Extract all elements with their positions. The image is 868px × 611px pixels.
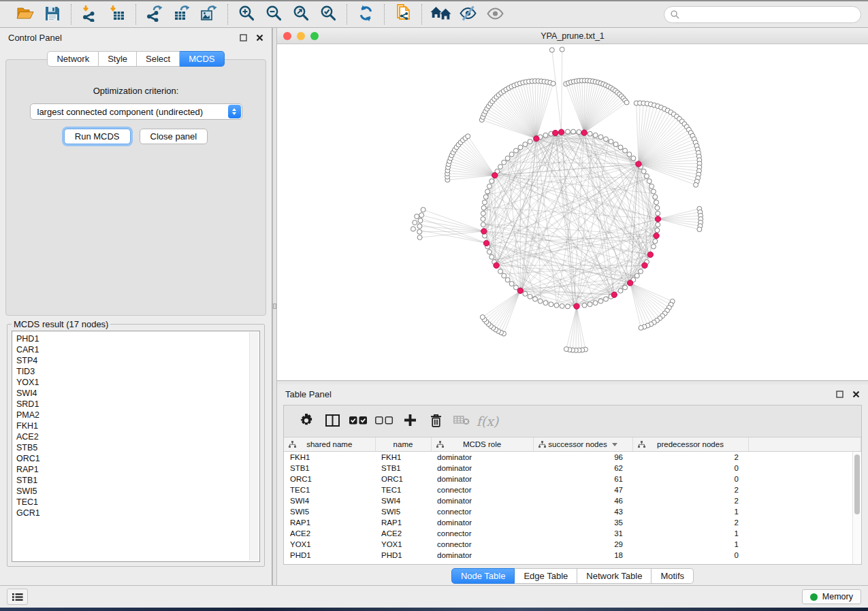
mcds-result-list: PHD1CAR1STP4TID3YOX1SWI4SRD1PMA2FKH1ACE2… [12, 331, 260, 562]
eye-icon [486, 7, 504, 22]
mcds-result-item[interactable]: RAP1 [16, 464, 250, 475]
trash-button[interactable] [423, 406, 449, 437]
memory-button[interactable]: Memory [802, 589, 861, 604]
task-history-button[interactable] [7, 589, 28, 605]
table-row[interactable]: ORC1ORC1dominator610 [284, 474, 861, 484]
table-delete-button[interactable] [449, 406, 475, 437]
tab-select[interactable]: Select [137, 51, 180, 67]
sort-descending-icon [612, 443, 617, 446]
cell-text: ORC1 [284, 474, 375, 484]
save-button[interactable] [39, 4, 66, 24]
open-folder-button[interactable] [12, 4, 39, 24]
window-zoom-button[interactable] [310, 32, 319, 40]
refresh-button[interactable] [352, 4, 379, 24]
checked-boxes-button[interactable] [345, 406, 371, 437]
eye-button[interactable] [481, 4, 509, 24]
table-row[interactable]: SWI4SWI4dominator462 [284, 495, 861, 506]
mcds-result-item[interactable]: TID3 [16, 366, 250, 377]
network-canvas[interactable] [277, 44, 868, 380]
mcds-result-item[interactable]: SRD1 [16, 399, 250, 410]
mcds-result-item[interactable]: TEC1 [16, 497, 250, 508]
optimization-criterion-select[interactable]: largest connected component (undirected) [30, 103, 242, 120]
table-tab-edge-table[interactable]: Edge Table [515, 568, 577, 584]
document-share-button[interactable] [389, 4, 417, 24]
close-panel-icon[interactable] [256, 34, 263, 42]
export-table-button[interactable] [168, 4, 195, 24]
zoom-out-button[interactable] [260, 4, 287, 24]
table-tab-motifs[interactable]: Motifs [652, 568, 694, 584]
mcds-result-item[interactable]: YOX1 [16, 377, 250, 388]
result-list-scrollbar[interactable] [249, 332, 259, 561]
export-network-button[interactable] [141, 4, 168, 24]
table-scrollbar[interactable] [852, 452, 861, 564]
table-scrollbar-thumb[interactable] [854, 455, 860, 514]
mcds-result-item[interactable]: PHD1 [16, 333, 250, 344]
float-panel-icon[interactable] [240, 34, 247, 42]
table-row[interactable]: FKH1FKH1dominator962 [284, 452, 861, 463]
window-close-button[interactable] [283, 32, 291, 40]
column-header-shared-name[interactable]: shared name [284, 437, 375, 452]
mcds-result-item[interactable]: CAR1 [16, 344, 250, 355]
tab-network[interactable]: Network [47, 51, 99, 67]
network-graph[interactable] [277, 44, 868, 380]
import-network-button[interactable] [76, 4, 103, 24]
plus-icon [404, 414, 417, 429]
table-row[interactable]: PHD1PHD1dominator180 [284, 550, 861, 561]
table-row[interactable]: RAP1RAP1dominator352 [284, 517, 861, 528]
plus-button[interactable] [397, 406, 423, 437]
zoom-selected-button[interactable] [315, 4, 342, 24]
column-header-MCDS-role[interactable]: MCDS role [431, 437, 533, 452]
vertical-splitter[interactable] [272, 28, 277, 585]
search-input[interactable] [684, 9, 854, 20]
close-panel-button[interactable]: Close panel [140, 129, 208, 144]
table-row[interactable]: STB1STB1dominator620 [284, 463, 861, 474]
mcds-result-item[interactable]: STP4 [16, 355, 250, 366]
gear-button[interactable] [293, 406, 319, 437]
run-mcds-button[interactable]: Run MCDS [64, 129, 131, 144]
cell-number: 2 [632, 495, 748, 506]
optimization-criterion-label: Optimization criterion: [6, 86, 266, 96]
table-row[interactable]: YOX1YOX1connector291 [284, 539, 861, 550]
main-toolbar [0, 0, 868, 28]
hierarchy-icon [638, 441, 645, 448]
table-tab-node-table[interactable]: Node Table [451, 568, 515, 584]
main-area: Control Panel NetworkStyleSelectMCDS Opt… [0, 28, 868, 585]
mcds-result-item[interactable]: ACE2 [16, 431, 250, 442]
table-tab-network-table[interactable]: Network Table [577, 568, 652, 584]
cell-text: dominator [431, 463, 533, 474]
splitter-grip[interactable] [273, 303, 276, 309]
trash-icon [430, 414, 442, 429]
columns-button[interactable] [319, 406, 345, 437]
mcds-result-item[interactable]: STB5 [16, 442, 250, 453]
import-table-button[interactable] [103, 4, 131, 24]
table-row[interactable]: ACE2ACE2connector311 [284, 528, 861, 539]
mcds-result-item[interactable]: SWI4 [16, 388, 250, 399]
save-icon [45, 6, 60, 23]
export-image-button[interactable] [195, 4, 223, 24]
column-header-name[interactable]: name [375, 437, 431, 452]
function-button[interactable]: f(x) [475, 406, 500, 437]
table-row[interactable]: SWI5SWI5connector431 [284, 506, 861, 517]
window-minimize-button[interactable] [297, 32, 305, 40]
tab-style[interactable]: Style [99, 51, 137, 67]
float-table-panel-icon[interactable] [836, 391, 843, 398]
eye-slash-button[interactable] [454, 4, 481, 24]
mcds-result-item[interactable]: SWI5 [16, 486, 250, 497]
houses-button[interactable] [427, 4, 454, 24]
cell-empty [748, 474, 861, 484]
mcds-result-item[interactable]: GCR1 [16, 508, 250, 518]
unchecked-boxes-button[interactable] [371, 406, 397, 437]
zoom-in-button[interactable] [233, 4, 260, 24]
column-header-predecessor-nodes[interactable]: predecessor nodes [632, 437, 748, 452]
tab-mcds[interactable]: MCDS [180, 51, 224, 67]
table-row[interactable]: TEC1TEC1connector472 [284, 484, 861, 495]
mcds-result-item[interactable]: ORC1 [16, 453, 250, 464]
cell-number: 0 [632, 463, 748, 474]
table-panel: Table Panel f(x) shared namenameMCDS ro [277, 384, 868, 585]
zoom-fit-button[interactable] [287, 4, 315, 24]
column-header-successor-nodes[interactable]: successor nodes [533, 437, 632, 452]
mcds-result-item[interactable]: PMA2 [16, 410, 250, 420]
close-table-panel-icon[interactable] [852, 391, 860, 398]
mcds-result-item[interactable]: FKH1 [16, 420, 250, 431]
mcds-result-item[interactable]: STB1 [16, 475, 250, 486]
